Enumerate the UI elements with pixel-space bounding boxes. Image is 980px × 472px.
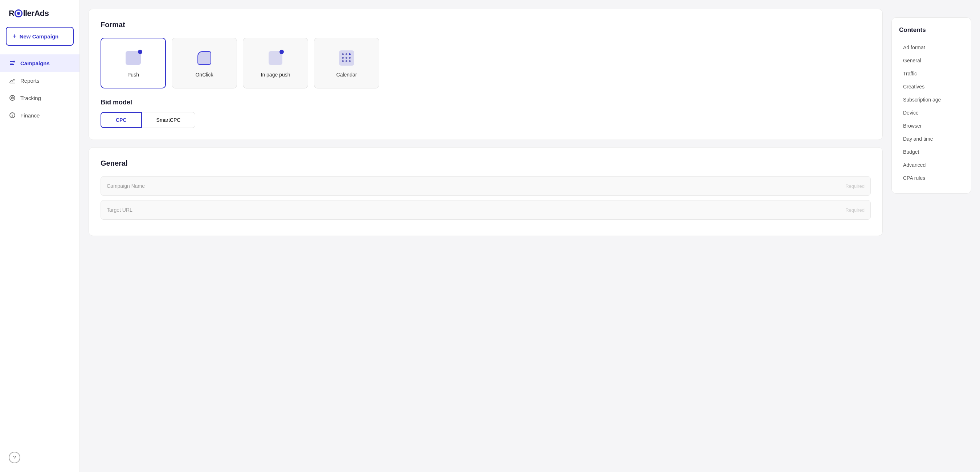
bid-model-grid: CPC SmartCPC [100, 112, 871, 128]
contents-item-advanced[interactable]: Advanced [899, 158, 964, 171]
format-card-calendar[interactable]: Calendar [314, 38, 379, 89]
onclick-icon-wrapper [195, 49, 214, 67]
target-url-required: Required [845, 207, 865, 213]
calendar-icon-wrapper [337, 49, 356, 67]
campaign-name-required: Required [845, 184, 865, 189]
campaign-name-placeholder: Campaign Name [107, 183, 145, 189]
bid-model-title: Bid model [100, 98, 871, 106]
calendar-icon-box [339, 51, 354, 66]
push-icon-wrapper [124, 49, 143, 67]
finance-icon: $ [9, 112, 16, 119]
sidebar-item-finance[interactable]: $ Finance [0, 106, 80, 124]
tracking-label: Tracking [20, 95, 41, 101]
campaigns-label: Campaigns [20, 60, 50, 67]
cal-dot-1 [342, 53, 344, 55]
cal-dot-8 [349, 60, 351, 62]
onclick-icon-box [197, 51, 211, 65]
sidebar-item-campaigns[interactable]: Campaigns [0, 54, 80, 72]
sidebar-bottom: ? [0, 443, 80, 472]
contents-item-browser[interactable]: Browser [899, 119, 964, 132]
inpage-label: In page push [261, 72, 290, 78]
sidebar-item-reports[interactable]: Reports [0, 72, 80, 89]
format-grid: Push OnClick In page push [100, 38, 871, 89]
target-url-placeholder: Target URL [107, 207, 132, 213]
help-button[interactable]: ? [9, 452, 20, 463]
contents-item-budget[interactable]: Budget [899, 146, 964, 158]
bid-model-area: Bid model CPC SmartCPC [100, 98, 871, 128]
sidebar-nav: Campaigns Reports Tracking [0, 54, 80, 124]
contents-item-creatives[interactable]: Creatives [899, 80, 964, 93]
inpage-icon-box [269, 51, 282, 65]
bid-smartcpc-button[interactable]: SmartCPC [142, 112, 196, 128]
contents-list: Ad format General Traffic Creatives Subs… [899, 41, 964, 185]
contents-item-day-and-time[interactable]: Day and time [899, 132, 964, 146]
contents-title: Contents [899, 27, 964, 34]
format-card-push[interactable]: Push [100, 38, 166, 89]
logo-circle [14, 10, 22, 17]
new-campaign-button[interactable]: + New Campaign [6, 27, 74, 46]
campaigns-icon [9, 59, 16, 67]
onclick-label: OnClick [195, 72, 213, 78]
cal-dot-2 [345, 53, 347, 55]
general-title: General [100, 159, 871, 168]
contents-item-cpa-rules[interactable]: CPA rules [899, 171, 964, 185]
general-section: General Campaign Name Required Target UR… [89, 147, 883, 236]
target-url-field[interactable]: Target URL Required [100, 200, 871, 220]
cal-dot-6 [342, 60, 344, 62]
campaign-name-field[interactable]: Campaign Name Required [100, 176, 871, 196]
content-area: Format Push OnClick [89, 9, 883, 463]
push-label: Push [127, 72, 139, 78]
logo-text: RllerAds [9, 9, 49, 18]
cal-dot-blue [349, 53, 351, 55]
contents-panel: Contents Ad format General Traffic Creat… [891, 17, 971, 193]
logo: RllerAds [0, 0, 80, 27]
svg-point-3 [13, 60, 15, 63]
help-icon: ? [13, 455, 16, 460]
new-campaign-label: New Campaign [20, 33, 59, 40]
cal-dot-5 [349, 57, 351, 59]
contents-item-device[interactable]: Device [899, 106, 964, 119]
tracking-icon [9, 94, 16, 101]
sidebar: RllerAds + New Campaign Campaigns [0, 0, 80, 472]
format-section: Format Push OnClick [89, 9, 883, 140]
push-icon-box [126, 51, 141, 65]
svg-rect-2 [10, 64, 14, 65]
cal-dot-7 [345, 60, 347, 62]
svg-point-7 [12, 98, 13, 98]
format-card-onclick[interactable]: OnClick [172, 38, 237, 89]
contents-item-general[interactable]: General [899, 54, 964, 67]
plus-icon: + [12, 33, 17, 40]
inpage-dot [280, 50, 284, 54]
contents-item-traffic[interactable]: Traffic [899, 67, 964, 80]
push-dot [138, 50, 142, 54]
calendar-label: Calendar [336, 72, 357, 78]
sidebar-item-tracking[interactable]: Tracking [0, 89, 80, 106]
reports-label: Reports [20, 78, 40, 84]
contents-item-subscription-age[interactable]: Subscription age [899, 93, 964, 106]
cal-dot-4 [345, 57, 347, 59]
finance-label: Finance [20, 112, 40, 119]
svg-rect-1 [10, 63, 13, 63]
bid-cpc-button[interactable]: CPC [100, 112, 142, 128]
reports-icon [9, 77, 16, 84]
format-card-inpage[interactable]: In page push [243, 38, 308, 89]
inpage-icon-wrapper [266, 49, 285, 67]
main-content: Format Push OnClick [80, 0, 980, 472]
contents-item-ad-format[interactable]: Ad format [899, 41, 964, 54]
svg-text:$: $ [12, 114, 13, 117]
cal-dot-3 [342, 57, 344, 59]
format-title: Format [100, 21, 871, 29]
